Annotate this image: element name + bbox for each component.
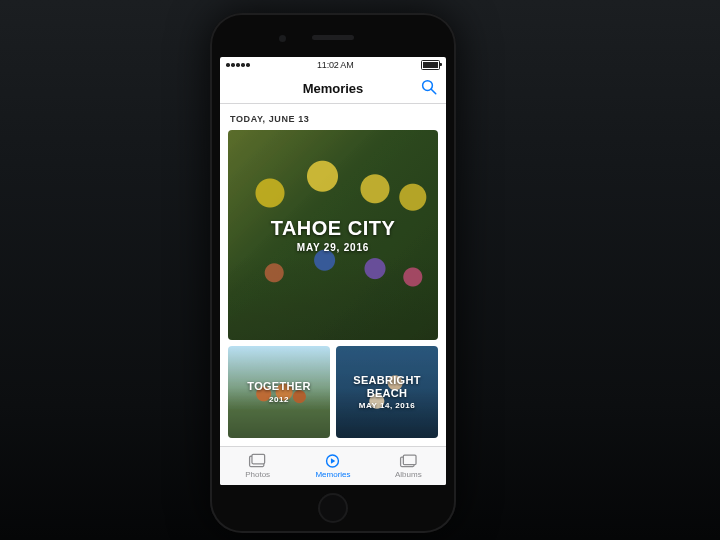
memory-title: TAHOE CITY — [271, 217, 396, 240]
tab-label: Albums — [395, 470, 422, 479]
navigation-bar: Memories — [220, 73, 446, 104]
memory-card-tahoe-city[interactable]: TAHOE CITY MAY 29, 2016 — [228, 130, 438, 340]
albums-icon — [399, 453, 418, 469]
svg-rect-7 — [403, 455, 416, 465]
status-bar: 11:02 AM — [220, 57, 446, 73]
memories-list[interactable]: TODAY, JUNE 13 TAHOE CITY MAY 29, 2016 T… — [220, 104, 446, 446]
svg-rect-3 — [252, 454, 265, 464]
memory-card-seabright-beach[interactable]: SEABRIGHT BEACH MAY 14, 2016 — [336, 346, 438, 438]
tab-label: Memories — [315, 470, 350, 479]
memory-card-together[interactable]: TOGETHER 2012 — [228, 346, 330, 438]
memories-icon — [323, 453, 342, 469]
tab-label: Photos — [245, 470, 270, 479]
memory-subtitle: 2012 — [247, 395, 310, 404]
device-screen: 11:02 AM Memories TODAY, JUNE 13 — [220, 57, 446, 485]
photos-icon — [248, 453, 267, 469]
home-button[interactable] — [318, 493, 348, 523]
presentation-backdrop: 11:02 AM Memories TODAY, JUNE 13 — [0, 0, 720, 540]
tab-memories[interactable]: Memories — [295, 453, 370, 479]
svg-line-1 — [431, 89, 436, 94]
earpiece-speaker — [312, 35, 354, 40]
front-camera — [279, 35, 286, 42]
search-icon — [420, 78, 438, 96]
memory-title: TOGETHER — [247, 380, 310, 392]
memory-subtitle: MAY 29, 2016 — [271, 242, 396, 253]
section-header: TODAY, JUNE 13 — [228, 110, 438, 130]
tab-bar: Photos Memories Albums — [220, 446, 446, 485]
battery-icon — [421, 60, 440, 70]
svg-marker-5 — [331, 458, 335, 464]
memory-title: SEABRIGHT BEACH — [336, 374, 438, 398]
signal-strength-icon — [226, 63, 250, 67]
tab-albums[interactable]: Albums — [371, 453, 446, 479]
memory-subtitle: MAY 14, 2016 — [336, 401, 438, 410]
status-time: 11:02 AM — [317, 60, 353, 70]
iphone-device-frame: 11:02 AM Memories TODAY, JUNE 13 — [210, 13, 456, 533]
tab-photos[interactable]: Photos — [220, 453, 295, 479]
page-title: Memories — [303, 81, 364, 96]
search-button[interactable] — [420, 78, 438, 96]
